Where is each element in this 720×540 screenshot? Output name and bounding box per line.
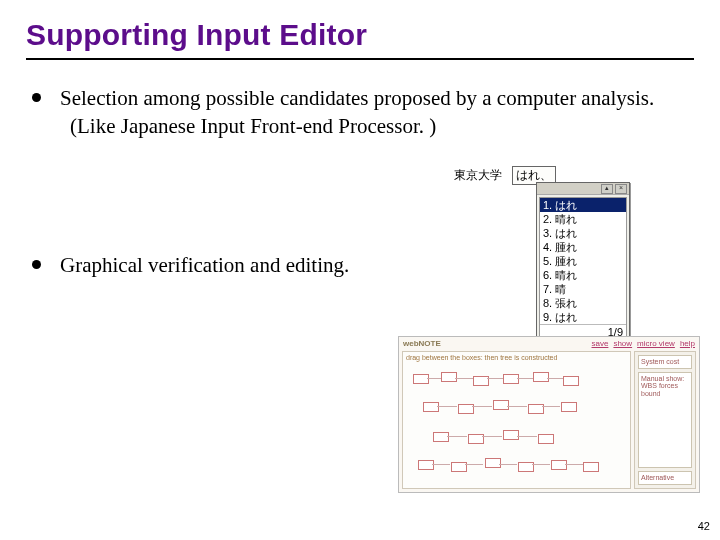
page-number: 42 (698, 520, 710, 532)
graph-edge (427, 378, 441, 379)
ime-illustration: 東京大学 はれ、 ▴ × 1. はれ 2. 晴れ 3. はれ 4. 腫れ 5. … (454, 166, 556, 187)
graph-node (433, 432, 449, 442)
editor-toolbar: save show micro view help (592, 339, 696, 348)
ime-candidate-4[interactable]: 4. 腫れ (540, 240, 626, 254)
graph-node (551, 460, 567, 470)
toolbar-link-save[interactable]: save (592, 339, 609, 348)
bullet-text: Selection among possible candidates prop… (60, 86, 654, 110)
toolbar-link-show[interactable]: show (613, 339, 632, 348)
editor-sidebar: System cost Manual show: WBS forces boun… (634, 351, 696, 489)
ime-candidate-2[interactable]: 2. 晴れ (540, 212, 626, 226)
graph-edge (447, 436, 467, 437)
ime-candidate-list: 1. はれ 2. 晴れ 3. はれ 4. 腫れ 5. 腫れ 6. 晴れ 7. 晴… (539, 197, 627, 340)
sidebar-panel-3[interactable]: Alternative (638, 471, 692, 485)
ime-candidate-1[interactable]: 1. はれ (540, 198, 626, 212)
editor-logo: webNOTE (403, 339, 441, 348)
sidebar-panel-1[interactable]: System cost (638, 355, 692, 369)
graph-edge (542, 406, 560, 407)
graph-edge (499, 464, 517, 465)
canvas-hint: drag between the boxes: then tree is con… (406, 354, 557, 361)
editor-thumbnail: webNOTE save show micro view help drag b… (398, 336, 700, 493)
graph-node (561, 402, 577, 412)
graph-edge (455, 378, 473, 379)
ime-candidate-9[interactable]: 9. はれ (540, 310, 626, 324)
graph-edge (437, 406, 457, 407)
graph-node (493, 400, 509, 410)
ime-titlebar: ▴ × (537, 183, 629, 195)
ime-candidate-7[interactable]: 7. 晴 (540, 282, 626, 296)
graph-edge (517, 436, 537, 437)
graph-node (583, 462, 599, 472)
ime-up-icon[interactable]: ▴ (601, 184, 613, 194)
editor-body: drag between the boxes: then tree is con… (402, 351, 696, 489)
graph-node (503, 374, 519, 384)
ime-candidate-5[interactable]: 5. 腫れ (540, 254, 626, 268)
graph-edge (565, 464, 583, 465)
graph-edge (517, 378, 533, 379)
graph-edge (507, 406, 527, 407)
editor-canvas[interactable]: drag between the boxes: then tree is con… (402, 351, 631, 489)
bullet-text: Graphical verification and editing. (60, 253, 349, 277)
graph-node (563, 376, 579, 386)
slide-title: Supporting Input Editor (26, 18, 694, 52)
graph-edge (472, 406, 492, 407)
toolbar-link-micro-view[interactable]: micro view (637, 339, 675, 348)
graph-edge (532, 464, 550, 465)
graph-node (413, 374, 429, 384)
bullet-sub: (Like Japanese Input Front-end Processor… (60, 112, 694, 140)
graph-edge (432, 464, 450, 465)
sidebar-panel-2[interactable]: Manual show: WBS forces bound (638, 372, 692, 469)
graph-node (441, 372, 457, 382)
close-icon[interactable]: × (615, 184, 627, 194)
graph-edge (465, 464, 483, 465)
graph-node (538, 434, 554, 444)
ime-candidate-8[interactable]: 8. 張れ (540, 296, 626, 310)
title-rule (26, 58, 694, 60)
bullet-item-1: Selection among possible candidates prop… (26, 84, 694, 141)
graph-node (485, 458, 501, 468)
slide: Supporting Input Editor Selection among … (0, 0, 720, 540)
toolbar-link-help[interactable]: help (680, 339, 695, 348)
graph-edge (487, 378, 503, 379)
graph-node (503, 430, 519, 440)
ime-context-left: 東京大学 (454, 167, 502, 184)
graph-node (418, 460, 434, 470)
ime-popup: ▴ × 1. はれ 2. 晴れ 3. はれ 4. 腫れ 5. 腫れ 6. 晴れ … (536, 182, 630, 343)
graph-edge (547, 378, 563, 379)
graph-node (533, 372, 549, 382)
ime-candidate-3[interactable]: 3. はれ (540, 226, 626, 240)
graph-node (423, 402, 439, 412)
graph-edge (482, 436, 502, 437)
ime-candidate-6[interactable]: 6. 晴れ (540, 268, 626, 282)
